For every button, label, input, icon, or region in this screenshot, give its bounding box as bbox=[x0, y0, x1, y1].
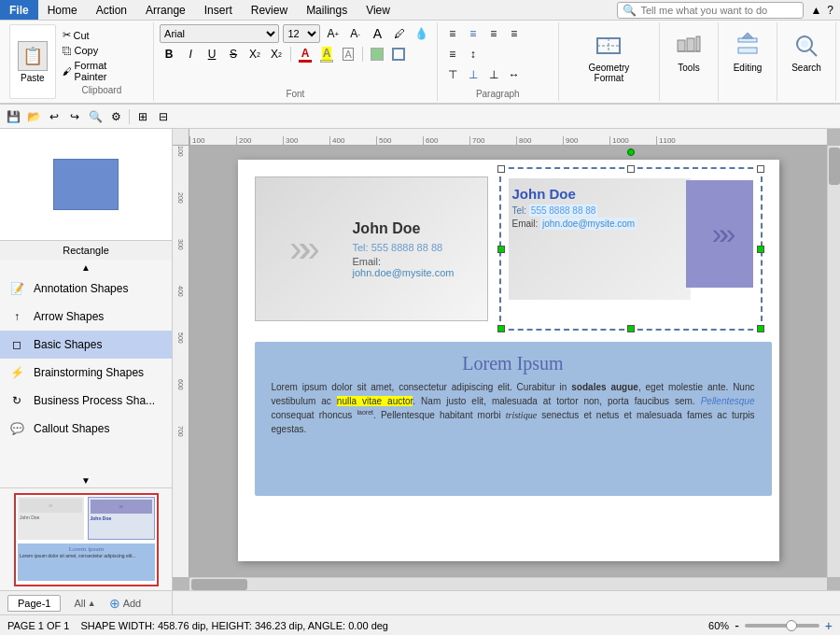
handle-bc[interactable] bbox=[627, 325, 635, 332]
scroll-up-arrow[interactable]: ▲ bbox=[0, 260, 172, 275]
shape-item-annotation[interactable]: 📝 Annotation Shapes bbox=[0, 275, 172, 303]
search-button[interactable]: Search bbox=[783, 26, 830, 78]
scroll-bar-bottom[interactable] bbox=[189, 577, 827, 590]
toolbar-icon-8[interactable]: ⊟ bbox=[154, 107, 173, 126]
superscript-button[interactable]: X2 bbox=[267, 45, 286, 64]
rotate-handle[interactable] bbox=[627, 148, 635, 156]
annotation-label: Annotation Shapes bbox=[34, 282, 128, 295]
shape-item-callout[interactable]: 💬 Callout Shapes bbox=[0, 415, 172, 443]
shape-border-button[interactable] bbox=[389, 45, 408, 64]
page-1-tab[interactable]: Page-1 bbox=[7, 595, 61, 612]
strikethrough-button[interactable]: S bbox=[224, 45, 243, 64]
highlight-color-button[interactable]: A bbox=[317, 45, 336, 64]
handle-ml[interactable] bbox=[497, 246, 505, 253]
lorem-cursive: tristique bbox=[506, 410, 537, 420]
subscript-button[interactable]: X2 bbox=[245, 45, 264, 64]
selected-shape-container[interactable]: »» John Doe Tel: 555 8888 88 88 Email: j… bbox=[499, 167, 763, 331]
shape-item-basic[interactable]: ◻ Basic Shapes bbox=[0, 331, 172, 359]
format-painter-button[interactable]: 🖌 Format Painter bbox=[60, 59, 145, 83]
biz-card-left[interactable]: »» John Doe Tel: 555 8888 88 88 Email: j… bbox=[255, 176, 488, 321]
cut-label: Cut bbox=[74, 30, 90, 41]
arrange-menu[interactable]: Arrange bbox=[136, 2, 195, 19]
clear-format-icon[interactable]: A bbox=[368, 24, 386, 43]
copy-button[interactable]: ⿻ Copy bbox=[60, 44, 145, 57]
shape-fill-button[interactable] bbox=[368, 45, 386, 64]
review-menu[interactable]: Review bbox=[242, 2, 297, 19]
toolbar-icon-3[interactable]: ↩ bbox=[45, 107, 63, 126]
font-color-button[interactable]: A bbox=[296, 45, 315, 64]
handle-tr[interactable] bbox=[757, 165, 764, 173]
underline-button[interactable]: U bbox=[203, 45, 221, 64]
handle-tc[interactable] bbox=[627, 165, 635, 173]
text-direction-icon[interactable]: ↔ bbox=[505, 65, 524, 84]
canvas-content[interactable]: »» John Doe Tel: 555 8888 88 88 Email: j… bbox=[189, 146, 827, 577]
list-bullet-icon[interactable]: ≡ bbox=[443, 45, 462, 64]
italic-button[interactable]: I bbox=[181, 45, 200, 64]
handle-br[interactable] bbox=[757, 325, 764, 332]
all-pages-button[interactable]: All ▲ bbox=[66, 596, 103, 611]
align-bottom-icon[interactable]: ⊥ bbox=[484, 65, 503, 84]
zoom-slider[interactable] bbox=[745, 624, 819, 628]
toolbar-icon-5[interactable]: 🔍 bbox=[86, 107, 105, 126]
add-page-button[interactable]: ⊕ Add bbox=[109, 596, 142, 611]
font-select[interactable]: Arial bbox=[160, 24, 279, 43]
search-box[interactable]: 🔍 bbox=[617, 2, 804, 19]
geometry-format-button[interactable]: Geometry Format bbox=[565, 26, 653, 88]
handle-tl[interactable] bbox=[497, 165, 505, 173]
toolbar-icon-7[interactable]: ⊞ bbox=[133, 107, 152, 126]
paste-button[interactable]: 📋 Paste bbox=[9, 24, 56, 99]
lorem-card[interactable]: Lorem Ipsum Lorem ipsum dolor sit amet, … bbox=[255, 342, 772, 496]
search-input[interactable] bbox=[640, 5, 790, 16]
align-right-icon[interactable]: ≡ bbox=[484, 24, 503, 43]
paint-icon[interactable]: 🖊 bbox=[390, 24, 409, 43]
view-menu[interactable]: View bbox=[357, 2, 399, 19]
scroll-down-arrow[interactable]: ▼ bbox=[0, 473, 172, 487]
thumbnail-image[interactable]: » John Doe » John Doe Lorem ipsum Lorem … bbox=[14, 493, 159, 586]
toolbar-icon-1[interactable]: 💾 bbox=[4, 107, 22, 126]
justify-icon[interactable]: ≡ bbox=[505, 24, 524, 43]
font-shrink-icon[interactable]: A- bbox=[346, 24, 365, 43]
help-icon[interactable]: ? bbox=[824, 4, 836, 17]
toolbar-icon-6[interactable]: ⚙ bbox=[106, 107, 125, 126]
scroll-bar-right[interactable] bbox=[827, 146, 840, 577]
scroll-thumb-right[interactable] bbox=[829, 148, 840, 185]
scroll-thumb-bottom[interactable] bbox=[191, 579, 247, 590]
action-menu[interactable]: Action bbox=[87, 2, 136, 19]
ruler-mark: 200 bbox=[236, 136, 283, 145]
font-size-select[interactable]: 12 bbox=[283, 24, 320, 43]
line-spacing-icon[interactable]: ↕ bbox=[464, 45, 483, 64]
sel-biz-tel: Tel: 555 8888 88 88 bbox=[512, 205, 637, 216]
mailings-menu[interactable]: Mailings bbox=[297, 2, 357, 19]
editing-icon bbox=[733, 31, 763, 61]
handle-bl[interactable] bbox=[497, 325, 505, 332]
align-middle-icon[interactable]: ⊥ bbox=[464, 65, 483, 84]
zoom-in-icon[interactable]: + bbox=[825, 618, 833, 633]
shape-item-brainstorming[interactable]: ⚡ Brainstorming Shapes bbox=[0, 359, 172, 387]
tools-button[interactable]: Tools bbox=[665, 26, 712, 78]
insert-menu[interactable]: Insert bbox=[195, 2, 242, 19]
shape-item-arrow[interactable]: ↑ Arrow Shapes bbox=[0, 303, 172, 331]
font-label: Font bbox=[160, 89, 431, 99]
cut-button[interactable]: Cut bbox=[60, 28, 145, 42]
toolbar-icon-4[interactable]: ↪ bbox=[65, 107, 84, 126]
zoom-out-icon[interactable]: - bbox=[735, 618, 739, 633]
eye-dropper-icon[interactable]: 💧 bbox=[413, 24, 431, 43]
toolbar-icon-2[interactable]: 📂 bbox=[24, 107, 43, 126]
align-top-icon[interactable]: ⊤ bbox=[443, 65, 462, 84]
handle-mr[interactable] bbox=[757, 246, 764, 253]
align-center-icon[interactable]: ≡ bbox=[464, 24, 483, 43]
callout-label: Callout Shapes bbox=[34, 422, 109, 435]
lorem-italic1: Pellentesque bbox=[701, 396, 755, 406]
add-page-label: Add bbox=[123, 598, 142, 609]
file-menu[interactable]: File bbox=[0, 0, 38, 20]
ruler-mark: 900 bbox=[563, 136, 609, 145]
editing-button[interactable]: Editing bbox=[724, 26, 771, 78]
font-grow-icon[interactable]: A+ bbox=[324, 24, 343, 43]
shape-item-business[interactable]: ↻ Business Process Sha... bbox=[0, 387, 172, 415]
text-fill-button[interactable]: A bbox=[339, 45, 357, 64]
minimize-icon[interactable]: ▲ bbox=[807, 4, 824, 17]
align-left-icon[interactable]: ≡ bbox=[443, 24, 462, 43]
zoom-thumb[interactable] bbox=[786, 620, 797, 631]
bold-button[interactable]: B bbox=[160, 45, 178, 64]
home-menu[interactable]: Home bbox=[38, 2, 87, 19]
